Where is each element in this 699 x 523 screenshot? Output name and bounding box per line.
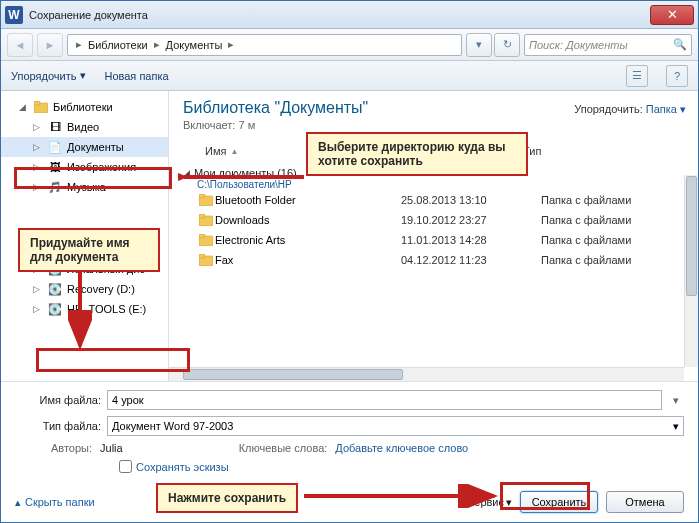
expand-icon: ▷: [33, 162, 43, 172]
filetype-label: Тип файла:: [15, 420, 101, 432]
table-row[interactable]: Downloads19.10.2012 23:27Папка с файлами: [197, 210, 686, 230]
folder-icon: [197, 254, 215, 266]
images-icon: 🖼: [47, 160, 63, 174]
group-path[interactable]: C:\Пользователи\HP: [197, 179, 686, 190]
row-date: 19.10.2012 23:27: [401, 214, 541, 226]
svg-rect-11: [199, 254, 205, 258]
organize-button[interactable]: Упорядочить▾: [11, 69, 86, 82]
new-folder-button[interactable]: Новая папка: [104, 70, 168, 82]
tree-documents[interactable]: ▷📄Документы: [1, 137, 168, 157]
library-includes: Включает: 7 м: [183, 119, 686, 131]
table-row[interactable]: Bluetooth Folder25.08.2013 13:10Папка с …: [197, 190, 686, 210]
authors-value[interactable]: Julia: [100, 442, 123, 454]
music-icon: 🎵: [47, 180, 63, 194]
save-thumbnail-checkbox[interactable]: [119, 460, 132, 473]
callout-filename: Придумайте имя для документа: [18, 228, 160, 272]
horizontal-scrollbar[interactable]: [169, 367, 684, 381]
chevron-down-icon: ▾: [506, 496, 512, 509]
keywords-label: Ключевые слова:: [239, 442, 328, 454]
scrollbar-thumb[interactable]: [686, 176, 697, 296]
file-group: ◢Мои документы (16) C:\Пользователи\HP B…: [183, 167, 686, 270]
bottom-bar: ▴Скрыть папки Сервис ▾ Сохранить Отмена: [1, 485, 698, 523]
search-placeholder: Поиск: Документы: [529, 39, 628, 51]
word-app-icon: W: [5, 6, 23, 24]
expand-icon: ▷: [33, 304, 43, 314]
help-button[interactable]: ?: [666, 65, 688, 87]
row-type: Папка с файлами: [541, 234, 631, 246]
cancel-button[interactable]: Отмена: [606, 491, 684, 513]
filetype-combo[interactable]: Документ Word 97-2003▾: [107, 416, 684, 436]
expand-icon: ▷: [33, 284, 43, 294]
authors-label: Авторы:: [51, 442, 92, 454]
svg-rect-7: [199, 214, 205, 218]
row-type: Папка с файлами: [541, 254, 631, 266]
row-name: Fax: [215, 254, 401, 266]
row-name: Electronic Arts: [215, 234, 401, 246]
tree-music[interactable]: ▷🎵Музыка: [1, 177, 168, 197]
callout-save: Нажмите сохранить: [156, 483, 298, 513]
sort-control: Упорядочить: Папка ▾: [574, 103, 686, 116]
scrollbar-thumb[interactable]: [183, 369, 403, 380]
breadcrumb-libraries[interactable]: Библиотеки: [86, 39, 150, 51]
save-thumbnail-label: Сохранять эскизы: [136, 461, 229, 473]
row-type: Папка с файлами: [541, 194, 631, 206]
document-icon: 📄: [47, 140, 63, 154]
drive-icon: 💽: [47, 302, 63, 316]
window-title: Сохранение документа: [29, 9, 650, 21]
row-date: 04.12.2012 11:23: [401, 254, 541, 266]
filename-label: Имя файла:: [15, 394, 101, 406]
expand-icon: ▷: [33, 142, 43, 152]
dropdown-icon[interactable]: ▾: [668, 394, 684, 407]
save-button[interactable]: Сохранить: [520, 491, 598, 513]
chevron-right-icon: ▸: [76, 38, 82, 51]
table-row[interactable]: Fax04.12.2012 11:23Папка с файлами: [197, 250, 686, 270]
refresh-button[interactable]: ↻: [494, 33, 520, 57]
chevron-down-icon: ▾: [80, 69, 86, 82]
expand-icon: ▷: [33, 122, 43, 132]
keywords-value[interactable]: Добавьте ключевое слово: [335, 442, 468, 454]
chevron-right-icon: ▸: [154, 38, 160, 51]
row-date: 25.08.2013 13:10: [401, 194, 541, 206]
svg-rect-9: [199, 234, 205, 238]
svg-rect-3: [34, 101, 40, 105]
vertical-scrollbar[interactable]: [684, 175, 698, 367]
video-icon: 🎞: [47, 120, 63, 134]
view-options-button[interactable]: ☰: [626, 65, 648, 87]
library-title: Библиотека "Документы": [183, 99, 368, 117]
hide-folders-button[interactable]: ▴Скрыть папки: [15, 496, 95, 509]
libraries-icon: [33, 100, 49, 114]
tree-video[interactable]: ▷🎞Видео: [1, 117, 168, 137]
nav-back-button[interactable]: ◄: [7, 33, 33, 57]
sort-asc-icon: ▲: [230, 147, 238, 156]
chevron-right-icon: ▸: [228, 38, 234, 51]
row-name: Bluetooth Folder: [215, 194, 401, 206]
folder-icon: [197, 194, 215, 206]
nav-forward-button[interactable]: ►: [37, 33, 63, 57]
svg-rect-5: [199, 194, 205, 198]
drive-icon: 💽: [47, 282, 63, 296]
expand-icon: ◢: [19, 102, 29, 112]
chevron-up-icon: ▴: [15, 496, 21, 509]
callout-directory: Выберите директорию куда вы хотите сохра…: [306, 132, 528, 176]
tree-hp-tools[interactable]: ▷💽HP_TOOLS (E:): [1, 299, 168, 319]
search-icon: 🔍: [673, 38, 687, 51]
tree-libraries[interactable]: ◢Библиотеки: [1, 97, 168, 117]
navbar: ◄ ► ▸ Библиотеки ▸ Документы ▸ ▾ ↻ Поиск…: [1, 29, 698, 61]
close-button[interactable]: ✕: [650, 5, 694, 25]
row-type: Папка с файлами: [541, 214, 631, 226]
sort-by-link[interactable]: Папка ▾: [646, 103, 686, 115]
tree-recovery[interactable]: ▷💽Recovery (D:): [1, 279, 168, 299]
expand-icon: ▷: [33, 182, 43, 192]
filename-section: Имя файла: ▾ Тип файла: Документ Word 97…: [1, 381, 698, 485]
filename-input[interactable]: [107, 390, 662, 410]
address-dropdown-button[interactable]: ▾: [466, 33, 492, 57]
search-input[interactable]: Поиск: Документы 🔍: [524, 34, 692, 56]
breadcrumb-documents[interactable]: Документы: [164, 39, 225, 51]
tools-button[interactable]: Сервис ▾: [466, 496, 512, 509]
address-bar[interactable]: ▸ Библиотеки ▸ Документы ▸: [67, 34, 462, 56]
folder-icon: [197, 234, 215, 246]
tree-images[interactable]: ▷🖼Изображения: [1, 157, 168, 177]
table-row[interactable]: Electronic Arts11.01.2013 14:28Папка с ф…: [197, 230, 686, 250]
collapse-icon: ◢: [183, 168, 190, 178]
col-type[interactable]: Тип: [523, 145, 686, 157]
